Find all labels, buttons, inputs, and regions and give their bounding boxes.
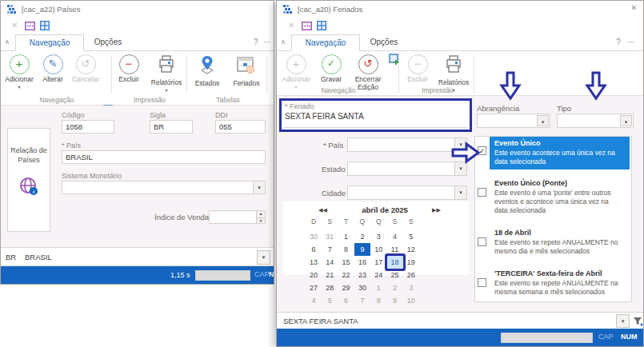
calendar-day[interactable]: 21	[322, 269, 338, 281]
spin-up-icon[interactable]: ▲	[257, 211, 265, 217]
calendar-day[interactable]: 11	[387, 243, 403, 256]
record-combo-chevron[interactable]: ▾	[257, 250, 270, 265]
calendar-day[interactable]: 16	[354, 256, 370, 269]
calendar-day[interactable]: 27	[306, 281, 322, 294]
adicionar-button[interactable]: + Adicionar▾	[278, 54, 314, 90]
calendar-day[interactable]: 7	[354, 294, 370, 307]
chevron-down-icon[interactable]: ▾	[454, 162, 466, 175]
calendar-day[interactable]: 24	[370, 269, 386, 281]
relatorios-button[interactable]: Relatórios▾	[148, 54, 185, 93]
estado-combo[interactable]: Digite seu texto ▾	[347, 162, 467, 176]
filter-icon[interactable]	[633, 317, 643, 326]
calendar-next-button[interactable]: ▶▶	[432, 207, 441, 213]
feriados-button[interactable]: Feriados	[228, 54, 265, 88]
calendar-title[interactable]: abril de 2025	[341, 205, 429, 214]
pais-input[interactable]: BRASIL	[62, 150, 266, 164]
collapse-ribbon-icon[interactable]: ∧	[5, 38, 10, 46]
alterar-button[interactable]: ✎ Alterar	[38, 54, 68, 84]
calendar-day[interactable]: 3	[370, 230, 386, 243]
calendar-day[interactable]: 28	[322, 281, 338, 294]
calendar-day[interactable]: 5	[403, 230, 419, 243]
help-icon[interactable]: ?	[254, 38, 258, 46]
close-icon[interactable]: ✕	[630, 4, 637, 12]
event-checkbox[interactable]	[478, 237, 486, 246]
gravar-button[interactable]: ✓ Gravar	[315, 54, 347, 84]
more-icon[interactable]: ⋯	[263, 38, 271, 46]
calendar-day[interactable]: 19	[403, 256, 419, 269]
calendar-day[interactable]: 6	[306, 243, 322, 256]
calendar-day[interactable]: 30	[306, 230, 322, 243]
calendar-day[interactable]: 2	[387, 281, 403, 294]
estados-button[interactable]: Estados	[190, 54, 225, 88]
calendar-day[interactable]: 18	[387, 256, 403, 269]
ddi-input[interactable]: 055	[215, 120, 266, 134]
chevron-down-icon[interactable]: ▾	[454, 186, 466, 199]
calendar-day[interactable]: 23	[354, 269, 370, 281]
event-type-item[interactable]: Evento Único (Ponte)Este evento é uma 'p…	[475, 173, 631, 222]
event-checkbox[interactable]	[478, 278, 486, 287]
record-combo-chevron[interactable]: ▾	[616, 314, 630, 328]
calendar-day[interactable]: 13	[306, 256, 322, 269]
calendar-day[interactable]: 15	[338, 256, 354, 269]
excluir-button[interactable]: − Excluir	[402, 54, 434, 84]
calendar-day[interactable]: 5	[322, 294, 338, 307]
calendar-day[interactable]: 9	[354, 243, 370, 256]
tab-navegacao[interactable]: Navegação	[15, 34, 84, 51]
pais-combo[interactable]: BRASIL ▾	[347, 138, 467, 152]
calendar-day[interactable]: 31	[322, 230, 338, 243]
calendar-day[interactable]: 25	[387, 269, 403, 281]
grid-view-icon[interactable]	[317, 21, 326, 30]
calendar-prev-button[interactable]: ◀◀	[318, 207, 327, 213]
event-card[interactable]: Evento Único (Ponte)Este evento é uma 'p…	[490, 177, 628, 218]
calendar-day[interactable]: 30	[354, 281, 370, 294]
calendar-day[interactable]: 9	[387, 294, 403, 307]
adicionar-button[interactable]: + Adicionar▾	[2, 54, 36, 90]
tab-navegacao[interactable]: Navegação	[291, 34, 360, 51]
excluir-button[interactable]: − Excluir	[113, 54, 145, 84]
calendar-day[interactable]: 4	[306, 294, 322, 307]
cancelar-button[interactable]: ↺ Cancelar	[70, 54, 102, 84]
chevron-down-icon[interactable]: ▾	[253, 181, 265, 193]
calendar-day[interactable]: 8	[370, 294, 386, 307]
help-icon[interactable]: ?	[616, 38, 621, 46]
calendar-day[interactable]: 3	[403, 281, 419, 294]
calendar-day[interactable]: 20	[306, 269, 322, 281]
calendar-day[interactable]: 7	[322, 243, 338, 256]
sigla-input[interactable]: BR	[150, 120, 193, 134]
calendar-day[interactable]: 12	[403, 243, 419, 256]
calendar-day[interactable]: 6	[338, 294, 354, 307]
calendar-day[interactable]: 10	[370, 243, 386, 256]
event-type-item[interactable]: ✓Evento ÚnicoEste evento acontece uma ún…	[475, 137, 631, 173]
chevron-down-icon[interactable]: ▾	[620, 115, 632, 126]
feriado-input[interactable]: SEXTA FEIRA SANTA	[285, 112, 470, 121]
event-type-item[interactable]: 'TERCEIRA' Sexta-feira de AbrilEste even…	[475, 263, 631, 302]
sistema-monetario-combo[interactable]: REAL MOEDA REAL ▾	[62, 181, 266, 194]
side-tab-relacao-paises[interactable]: Relação de Países i	[7, 128, 50, 232]
event-card[interactable]: 18 de AbrilEste evento se repete ANUALME…	[490, 226, 628, 259]
form-designer-icon[interactable]	[25, 22, 35, 30]
tipo-combo[interactable]: 1-Obrigatório ▾	[557, 114, 634, 128]
cidade-combo[interactable]: Digite seu texto ▾	[347, 185, 467, 200]
spinner-buttons[interactable]: ▲▼	[256, 211, 265, 223]
event-checkbox[interactable]	[478, 188, 486, 197]
indice-venda-spinner[interactable]: 0,000000 ▲▼	[209, 210, 266, 224]
fit-window-icon[interactable]: ✕	[288, 21, 294, 30]
tab-opcoes[interactable]: Opções	[362, 34, 406, 51]
calendar-day[interactable]: 29	[338, 281, 354, 294]
event-card[interactable]: 'TERCEIRA' Sexta-feira de AbrilEste even…	[490, 267, 628, 300]
abrangencia-combo[interactable]: 1-Federal ▾	[477, 114, 550, 128]
calendar-day[interactable]: 8	[338, 243, 354, 256]
calendar-day[interactable]: 10	[403, 294, 419, 307]
event-type-item[interactable]: 18 de AbrilEste evento se repete ANUALME…	[475, 222, 631, 263]
event-card[interactable]: Evento ÚnicoEste evento acontece uma úni…	[490, 137, 630, 170]
calendar-day[interactable]: 17	[370, 256, 386, 269]
more-icon[interactable]: ⋯	[627, 38, 635, 46]
collapse-ribbon-icon[interactable]: ∧	[281, 38, 286, 46]
tab-opcoes[interactable]: Opções	[86, 34, 130, 51]
calendar-day[interactable]: 22	[338, 269, 354, 281]
record-combo-row[interactable]: BR BRASIL ▾	[1, 247, 274, 266]
calendar-day[interactable]: 26	[403, 269, 419, 281]
record-combo-row[interactable]: SEXTA FEIRA SANTA ▾	[277, 312, 644, 329]
calendar-day[interactable]: 14	[322, 256, 338, 269]
chevron-down-icon[interactable]: ▾	[537, 115, 549, 126]
